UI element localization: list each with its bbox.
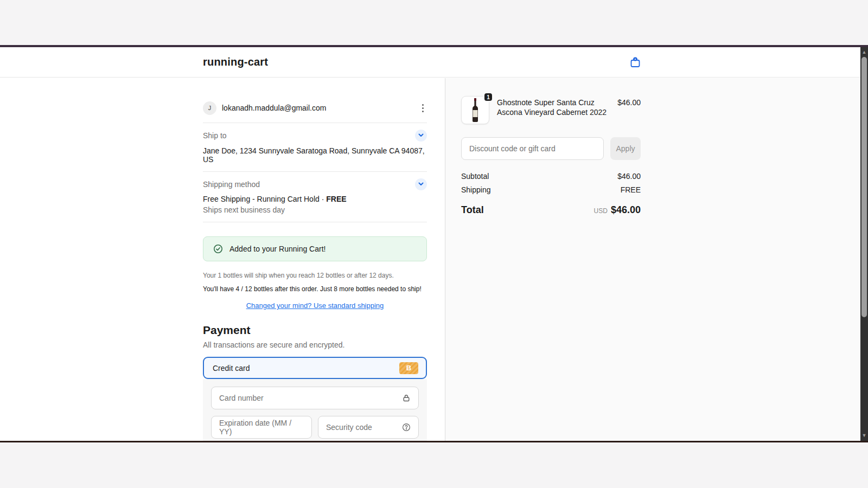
subtotal-row: Subtotal $46.00 bbox=[461, 172, 641, 181]
kebab-menu-icon bbox=[422, 104, 424, 112]
outer-top-strip bbox=[0, 0, 868, 45]
checkout-main: J lokanadh.maddula@gmail.com Ship to bbox=[0, 78, 860, 441]
card-number-placeholder: Card number bbox=[219, 394, 402, 402]
shipping-method-price: FREE bbox=[326, 195, 346, 203]
success-banner-message: Added to your Running Cart! bbox=[229, 245, 326, 253]
scrollbar-thumb[interactable] bbox=[861, 57, 867, 317]
apply-discount-button[interactable]: Apply bbox=[610, 137, 641, 160]
shipping-label: Shipping bbox=[461, 185, 491, 194]
store-title: running-cart bbox=[203, 56, 268, 68]
shipping-method-label: Shipping method bbox=[203, 180, 260, 189]
scroll-down-arrow-icon[interactable]: ▼ bbox=[860, 432, 868, 439]
order-summary-pane: 1 Ghostnote Super Santa Cruz Ascona Vine… bbox=[445, 78, 860, 441]
credit-card-label: Credit card bbox=[213, 364, 250, 373]
ship-to-address: Jane Doe, 1234 Sunnyvale Saratoga Road, … bbox=[203, 146, 427, 164]
credit-card-form: Card number Expiration date (MM / YY) bbox=[203, 379, 427, 441]
check-circle-icon bbox=[213, 244, 223, 254]
cart-info-line1: Your 1 bottles will ship when you reach … bbox=[203, 272, 427, 279]
cart-button[interactable] bbox=[628, 56, 642, 70]
shipping-row: Shipping FREE bbox=[461, 185, 641, 194]
subtotal-label: Subtotal bbox=[461, 172, 489, 181]
standard-shipping-link[interactable]: Changed your mind? Use standard shipping bbox=[203, 301, 427, 310]
ship-to-label: Ship to bbox=[203, 131, 227, 140]
credit-card-section: Credit card B Card number bbox=[203, 357, 427, 441]
customer-menu-button[interactable] bbox=[419, 102, 427, 114]
divider bbox=[203, 222, 427, 222]
payment-heading: Payment bbox=[203, 324, 427, 337]
product-price: $46.00 bbox=[617, 96, 641, 124]
bogus-gateway-badge: B bbox=[399, 362, 418, 374]
shipping-method-note: Ships next business day bbox=[203, 206, 427, 214]
shipping-value: FREE bbox=[621, 185, 641, 194]
customer-email: lokanadh.maddula@gmail.com bbox=[222, 104, 419, 112]
checkout-form-pane: J lokanadh.maddula@gmail.com Ship to bbox=[0, 78, 445, 441]
discount-code-input[interactable] bbox=[461, 137, 604, 160]
expiration-field[interactable]: Expiration date (MM / YY) bbox=[211, 416, 312, 439]
discount-section: Apply bbox=[461, 137, 641, 160]
checkout-header: running-cart bbox=[0, 47, 860, 78]
total-value: $46.00 bbox=[611, 204, 641, 216]
product-title: Ghostnote Super Santa Cruz Ascona Vineya… bbox=[497, 98, 612, 117]
shopping-bag-icon bbox=[629, 62, 642, 70]
credit-card-option[interactable]: Credit card B bbox=[203, 357, 427, 379]
avatar: J bbox=[203, 101, 216, 115]
lock-icon bbox=[402, 394, 411, 402]
chevron-down-icon bbox=[418, 181, 424, 189]
total-row: Total USD $46.00 bbox=[461, 204, 641, 216]
shipping-method-value: Free Shipping - Running Cart Hold · FREE bbox=[203, 195, 427, 203]
quantity-badge: 1 bbox=[483, 92, 493, 102]
cart-line-item: 1 Ghostnote Super Santa Cruz Ascona Vine… bbox=[461, 96, 641, 124]
scroll-up-arrow-icon[interactable]: ▲ bbox=[860, 48, 868, 56]
total-label: Total bbox=[461, 204, 484, 216]
chevron-down-icon bbox=[418, 132, 424, 140]
shipping-method-section: Shipping method Free Shipping - Running … bbox=[203, 172, 427, 222]
browser-viewport: running-cart J lokanadh.maddula@gmail.co… bbox=[0, 47, 868, 441]
expiration-placeholder: Expiration date (MM / YY) bbox=[219, 419, 304, 436]
wine-bottle-image bbox=[470, 98, 481, 122]
customer-row: J lokanadh.maddula@gmail.com bbox=[203, 101, 427, 115]
payment-subheading: All transactions are secure and encrypte… bbox=[203, 341, 427, 349]
vertical-scrollbar[interactable]: ▲ ▼ bbox=[860, 47, 868, 441]
ship-to-expand-button[interactable] bbox=[415, 130, 427, 142]
security-code-placeholder: Security code bbox=[326, 423, 402, 432]
card-number-field[interactable]: Card number bbox=[211, 387, 419, 409]
success-banner: Added to your Running Cart! bbox=[203, 236, 427, 261]
ship-to-section: Ship to Jane Doe, 1234 Sunnyvale Saratog… bbox=[203, 123, 427, 171]
security-code-field[interactable]: Security code bbox=[318, 416, 419, 439]
currency-code: USD bbox=[594, 207, 608, 215]
totals-section: Subtotal $46.00 Shipping FREE Total USD … bbox=[461, 172, 641, 216]
outer-bottom-strip bbox=[0, 442, 868, 488]
shipping-method-expand-button[interactable] bbox=[415, 178, 427, 190]
help-circle-icon[interactable] bbox=[402, 423, 411, 432]
cart-info-line2: You'll have 4 / 12 bottles after this or… bbox=[203, 285, 427, 293]
subtotal-value: $46.00 bbox=[617, 172, 641, 181]
